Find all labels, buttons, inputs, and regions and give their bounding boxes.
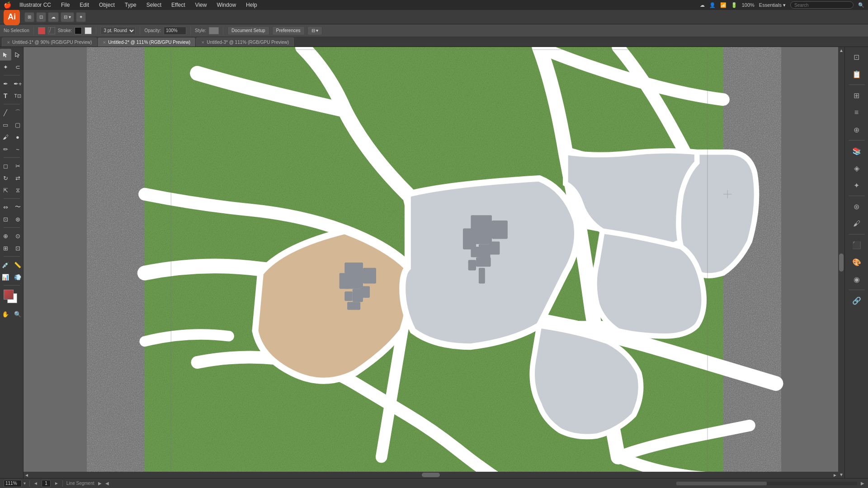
page-number-input[interactable]	[42, 480, 51, 487]
blob-brush-tool[interactable]: ●	[12, 131, 24, 143]
symbols-panel-btn[interactable]: ⊛	[849, 198, 865, 215]
color-panel-btn[interactable]: ◉	[849, 271, 865, 287]
scroll-right-arrow[interactable]: ►	[833, 473, 837, 478]
graphic-styles-panel-btn[interactable]: ✦	[849, 177, 865, 193]
perspective-select-tool[interactable]: ⊡	[12, 242, 24, 254]
page-nav-next[interactable]: ►	[54, 481, 59, 486]
zoom-controls[interactable]: ▾	[4, 480, 26, 487]
stroke-color-box[interactable]	[75, 27, 82, 34]
scroll-down-arrow[interactable]: ▼	[839, 472, 844, 477]
scissors-tool[interactable]: ✂	[12, 160, 24, 172]
tab-close-3[interactable]: ✕	[201, 40, 205, 45]
puppet-warp-tool[interactable]: ⊛	[12, 213, 24, 225]
style-box[interactable]	[209, 27, 219, 34]
brushes-panel-btn[interactable]: 🖌	[849, 216, 865, 232]
menu-type[interactable]: Type	[123, 1, 138, 9]
page-nav-prev[interactable]: ◄	[33, 481, 38, 486]
shear-tool[interactable]: ⧖	[12, 184, 24, 196]
layers-panel-btn[interactable]: ⊡	[849, 49, 865, 65]
search-icon[interactable]: 🔍	[858, 2, 864, 8]
add-anchor-tool[interactable]: ✒+	[12, 78, 24, 89]
zoom-input[interactable]	[4, 480, 22, 487]
tool-action-back[interactable]: ◀	[105, 481, 109, 486]
color-swatches[interactable]	[4, 290, 20, 306]
transform-panel-btn[interactable]: ⊞	[849, 87, 865, 103]
color-guide-panel-btn[interactable]: 🎨	[849, 254, 865, 270]
opacity-input[interactable]	[164, 27, 186, 35]
essentials-dropdown[interactable]: Essentials ▾	[759, 2, 786, 8]
menu-select[interactable]: Select	[145, 1, 163, 9]
area-type-tool[interactable]: T⊡	[12, 90, 24, 102]
horizontal-scrollbar[interactable]: ◄ ►	[24, 472, 838, 478]
cloud-files-button[interactable]: ☁	[48, 12, 59, 22]
shape-builder-tool[interactable]: ⊕	[0, 230, 11, 242]
foreground-color-swatch[interactable]	[4, 290, 14, 300]
status-right-arrow[interactable]: ▶	[861, 481, 864, 486]
menu-window[interactable]: Window	[215, 1, 238, 9]
pathfinder-panel-btn[interactable]: ⊕	[849, 122, 865, 138]
arrange-icons-button[interactable]: ⊟ ▾	[307, 26, 323, 35]
arc-tool[interactable]: ⌒	[12, 107, 24, 118]
app-name-menu[interactable]: Illustrator CC	[18, 1, 53, 9]
direct-selection-tool[interactable]	[12, 49, 24, 61]
menu-object[interactable]: Object	[97, 1, 117, 9]
paintbrush-tool[interactable]: 🖌	[0, 131, 11, 143]
tab-untitled-1[interactable]: ✕ Untitled-1* @ 90% (RGB/GPU Preview)	[2, 38, 97, 47]
hand-tool[interactable]: ✋	[0, 308, 11, 320]
document-setup-button[interactable]: Document Setup	[227, 26, 269, 35]
new-file-button[interactable]: ⊞	[24, 12, 34, 22]
column-graph-tool[interactable]: 📊	[0, 271, 11, 283]
reflect-tool[interactable]: ⇄	[12, 172, 24, 184]
stroke-color-box2[interactable]	[85, 27, 92, 34]
lasso-tool[interactable]: ⊂	[12, 61, 24, 73]
live-paint-tool[interactable]: ⊙	[12, 230, 24, 242]
tab-close-2[interactable]: ✕	[103, 40, 106, 45]
open-file-button[interactable]: ⊡	[36, 12, 46, 22]
scroll-left-arrow[interactable]: ◄	[24, 473, 29, 478]
warp-tool[interactable]: 〜	[12, 201, 24, 213]
eyedropper-tool[interactable]: 💉	[0, 259, 11, 271]
gpu-button[interactable]: ✦	[76, 12, 86, 22]
eraser-tool[interactable]: ◻	[0, 160, 11, 172]
free-transform-tool[interactable]: ⊡	[0, 213, 11, 225]
menu-file[interactable]: File	[59, 1, 71, 9]
tab-close-1[interactable]: ✕	[7, 40, 10, 45]
rounded-rect-tool[interactable]: ▢	[12, 119, 24, 131]
selection-tool[interactable]	[0, 49, 11, 61]
tool-action-arrow[interactable]: ▶	[98, 481, 102, 486]
artboards-panel-btn[interactable]: 📋	[849, 66, 865, 82]
arrange-button[interactable]: ⊟ ▾	[61, 12, 74, 22]
tab-untitled-3[interactable]: ✕ Untitled-3* @ 111% (RGB/GPU Preview)	[196, 38, 294, 47]
fill-color-box[interactable]	[38, 27, 45, 34]
width-tool[interactable]: ⇔	[0, 201, 11, 213]
menu-edit[interactable]: Edit	[78, 1, 91, 9]
search-input[interactable]	[790, 1, 854, 9]
menu-effect[interactable]: Effect	[170, 1, 187, 9]
rectangle-tool[interactable]: ▭	[0, 119, 11, 131]
appearance-panel-btn[interactable]: ◈	[849, 160, 865, 176]
canvas-area[interactable]: ▲ ▼ ◄ ►	[24, 47, 844, 478]
swatches-panel-btn[interactable]: ⬛	[849, 237, 865, 253]
stroke-weight-select[interactable]: 3 pt. Round 1 pt. 2 pt. 5 pt.	[100, 27, 136, 35]
links-panel-btn[interactable]: 🔗	[849, 292, 865, 309]
vertical-scrollbar[interactable]: ▲ ▼	[838, 47, 844, 478]
menu-view[interactable]: View	[193, 1, 209, 9]
fill-none-box[interactable]: /	[48, 27, 55, 34]
apple-menu[interactable]: 🍎	[4, 1, 11, 9]
zoom-dropdown-arrow[interactable]: ▾	[24, 481, 26, 486]
preferences-button[interactable]: Preferences	[272, 26, 305, 35]
measure-tool[interactable]: 📏	[12, 259, 24, 271]
type-tool[interactable]: T	[0, 90, 11, 102]
symbol-sprayer-tool[interactable]: 💨	[12, 271, 24, 283]
pencil-tool[interactable]: ✏	[0, 143, 11, 155]
pen-tool[interactable]: ✒	[0, 78, 11, 89]
line-segment-tool[interactable]: ╱	[0, 107, 11, 118]
rotate-tool[interactable]: ↻	[0, 172, 11, 184]
scroll-thumb[interactable]	[839, 253, 844, 272]
zoom-tool[interactable]: 🔍	[12, 308, 24, 320]
perspective-grid-tool[interactable]: ⊞	[0, 242, 11, 254]
scroll-h-thumb[interactable]	[422, 473, 440, 477]
scroll-up-arrow[interactable]: ▲	[839, 48, 844, 53]
align-panel-btn[interactable]: ≡	[849, 104, 865, 121]
menu-help[interactable]: Help	[244, 1, 259, 9]
